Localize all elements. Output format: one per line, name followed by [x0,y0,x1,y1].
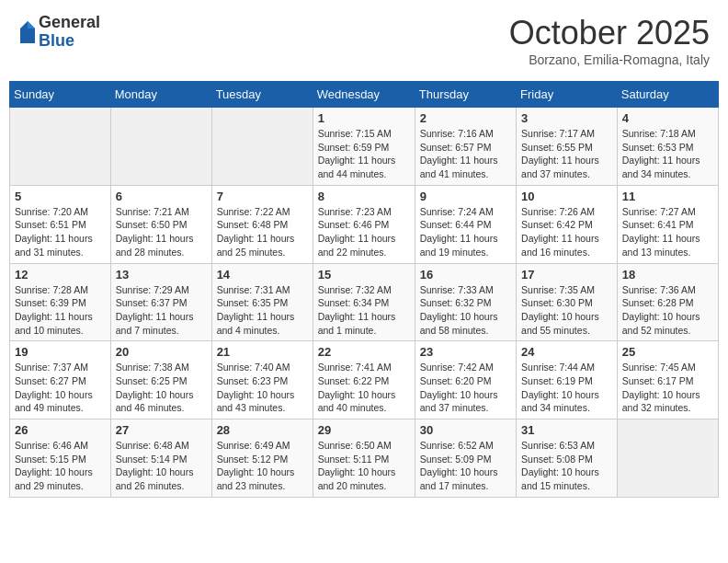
day-number: 5 [15,190,106,203]
day-number: 3 [521,111,612,125]
calendar-cell: 3Sunrise: 7:17 AM Sunset: 6:55 PM Daylig… [517,108,618,186]
day-info: Sunrise: 6:53 AM Sunset: 5:08 PM Dayligh… [521,439,612,493]
calendar-cell: 16Sunrise: 7:33 AM Sunset: 6:32 PM Dayli… [415,263,516,341]
calendar-cell: 24Sunrise: 7:44 AM Sunset: 6:19 PM Dayli… [517,341,618,419]
calendar-cell: 15Sunrise: 7:32 AM Sunset: 6:34 PM Dayli… [313,263,415,341]
calendar-week-2: 5Sunrise: 7:20 AM Sunset: 6:51 PM Daylig… [10,185,719,263]
calendar-cell: 18Sunrise: 7:36 AM Sunset: 6:28 PM Dayli… [617,263,718,341]
calendar-cell: 23Sunrise: 7:42 AM Sunset: 6:20 PM Dayli… [415,341,516,419]
calendar-cell: 19Sunrise: 7:37 AM Sunset: 6:27 PM Dayli… [10,341,111,419]
calendar-cell [617,419,718,498]
logo: General Blue [18,14,100,51]
day-info: Sunrise: 7:35 AM Sunset: 6:30 PM Dayligh… [521,283,612,338]
day-info: Sunrise: 7:45 AM Sunset: 6:17 PM Dayligh… [622,361,713,415]
calendar-cell [110,108,211,186]
calendar-cell: 14Sunrise: 7:31 AM Sunset: 6:35 PM Dayli… [211,263,313,341]
day-number: 2 [420,111,511,125]
day-info: Sunrise: 7:31 AM Sunset: 6:35 PM Dayligh… [217,283,308,338]
calendar-cell: 17Sunrise: 7:35 AM Sunset: 6:30 PM Dayli… [517,263,618,341]
calendar-cell: 11Sunrise: 7:27 AM Sunset: 6:41 PM Dayli… [617,185,718,263]
day-number: 26 [15,423,106,437]
calendar-cell: 21Sunrise: 7:40 AM Sunset: 6:23 PM Dayli… [211,341,313,419]
day-info: Sunrise: 7:29 AM Sunset: 6:37 PM Dayligh… [116,283,207,338]
day-info: Sunrise: 7:41 AM Sunset: 6:22 PM Dayligh… [318,361,410,415]
day-info: Sunrise: 7:37 AM Sunset: 6:27 PM Dayligh… [15,361,106,415]
calendar-week-1: 1Sunrise: 7:15 AM Sunset: 6:59 PM Daylig… [10,108,719,186]
day-number: 30 [420,423,511,437]
calendar-cell: 27Sunrise: 6:48 AM Sunset: 5:14 PM Dayli… [110,419,211,498]
day-info: Sunrise: 7:26 AM Sunset: 6:42 PM Dayligh… [521,205,612,259]
day-info: Sunrise: 7:28 AM Sunset: 6:39 PM Dayligh… [15,283,106,338]
title-block: October 2025 Borzano, Emilia-Romagna, It… [509,14,710,67]
col-header-monday: Monday [110,82,211,108]
day-info: Sunrise: 6:46 AM Sunset: 5:15 PM Dayligh… [15,439,106,493]
calendar-cell: 4Sunrise: 7:18 AM Sunset: 6:53 PM Daylig… [617,108,718,186]
day-number: 19 [15,345,106,359]
day-number: 11 [622,190,713,203]
calendar-cell: 7Sunrise: 7:22 AM Sunset: 6:48 PM Daylig… [211,185,313,263]
calendar-cell: 25Sunrise: 7:45 AM Sunset: 6:17 PM Dayli… [617,341,718,419]
day-info: Sunrise: 7:24 AM Sunset: 6:44 PM Dayligh… [420,205,511,259]
day-number: 1 [318,111,410,125]
page-header: General Blue October 2025 Borzano, Emili… [9,9,719,72]
day-info: Sunrise: 7:18 AM Sunset: 6:53 PM Dayligh… [622,127,713,181]
day-info: Sunrise: 7:38 AM Sunset: 6:25 PM Dayligh… [116,361,207,415]
day-info: Sunrise: 6:48 AM Sunset: 5:14 PM Dayligh… [116,439,207,493]
calendar-cell: 13Sunrise: 7:29 AM Sunset: 6:37 PM Dayli… [110,263,211,341]
day-number: 27 [116,423,207,437]
col-header-friday: Friday [517,82,618,108]
calendar-cell: 31Sunrise: 6:53 AM Sunset: 5:08 PM Dayli… [517,419,618,498]
calendar-cell [10,108,111,186]
calendar-week-3: 12Sunrise: 7:28 AM Sunset: 6:39 PM Dayli… [10,263,719,341]
day-number: 10 [521,190,612,203]
calendar-cell: 5Sunrise: 7:20 AM Sunset: 6:51 PM Daylig… [10,185,111,263]
day-number: 17 [521,268,612,282]
location-subtitle: Borzano, Emilia-Romagna, Italy [509,52,710,67]
calendar-week-5: 26Sunrise: 6:46 AM Sunset: 5:15 PM Dayli… [10,419,719,498]
col-header-sunday: Sunday [10,82,111,108]
day-info: Sunrise: 7:42 AM Sunset: 6:20 PM Dayligh… [420,361,511,415]
day-number: 6 [116,190,207,203]
calendar-cell: 10Sunrise: 7:26 AM Sunset: 6:42 PM Dayli… [517,185,618,263]
day-info: Sunrise: 7:44 AM Sunset: 6:19 PM Dayligh… [521,361,612,415]
day-info: Sunrise: 7:22 AM Sunset: 6:48 PM Dayligh… [217,205,308,259]
day-info: Sunrise: 7:20 AM Sunset: 6:51 PM Dayligh… [15,205,106,259]
calendar-cell: 30Sunrise: 6:52 AM Sunset: 5:09 PM Dayli… [415,419,516,498]
calendar-header-row: SundayMondayTuesdayWednesdayThursdayFrid… [10,82,719,108]
day-info: Sunrise: 7:21 AM Sunset: 6:50 PM Dayligh… [116,205,207,259]
day-info: Sunrise: 7:16 AM Sunset: 6:57 PM Dayligh… [420,127,511,181]
day-number: 8 [318,190,410,203]
day-info: Sunrise: 7:15 AM Sunset: 6:59 PM Dayligh… [318,127,410,181]
col-header-wednesday: Wednesday [313,82,415,108]
calendar-cell: 1Sunrise: 7:15 AM Sunset: 6:59 PM Daylig… [313,108,415,186]
col-header-tuesday: Tuesday [211,82,313,108]
calendar-cell: 2Sunrise: 7:16 AM Sunset: 6:57 PM Daylig… [415,108,516,186]
day-number: 15 [318,268,410,282]
day-number: 13 [116,268,207,282]
calendar-week-4: 19Sunrise: 7:37 AM Sunset: 6:27 PM Dayli… [10,341,719,419]
day-info: Sunrise: 7:40 AM Sunset: 6:23 PM Dayligh… [217,361,308,415]
col-header-saturday: Saturday [617,82,718,108]
day-info: Sunrise: 7:23 AM Sunset: 6:46 PM Dayligh… [318,205,410,259]
calendar-cell: 28Sunrise: 6:49 AM Sunset: 5:12 PM Dayli… [211,419,313,498]
day-number: 18 [622,268,713,282]
day-number: 23 [420,345,511,359]
day-number: 25 [622,345,713,359]
calendar-cell: 20Sunrise: 7:38 AM Sunset: 6:25 PM Dayli… [110,341,211,419]
calendar-cell [211,108,313,186]
day-number: 4 [622,111,713,125]
day-info: Sunrise: 7:36 AM Sunset: 6:28 PM Dayligh… [622,283,713,338]
calendar-table: SundayMondayTuesdayWednesdayThursdayFrid… [9,81,719,498]
day-info: Sunrise: 7:17 AM Sunset: 6:55 PM Dayligh… [521,127,612,181]
day-number: 9 [420,190,511,203]
month-title: October 2025 [509,14,710,52]
calendar-cell: 6Sunrise: 7:21 AM Sunset: 6:50 PM Daylig… [110,185,211,263]
day-number: 22 [318,345,410,359]
calendar-cell: 29Sunrise: 6:50 AM Sunset: 5:11 PM Dayli… [313,419,415,498]
day-info: Sunrise: 7:32 AM Sunset: 6:34 PM Dayligh… [318,283,410,338]
calendar-cell: 22Sunrise: 7:41 AM Sunset: 6:22 PM Dayli… [313,341,415,419]
day-number: 29 [318,423,410,437]
day-number: 28 [217,423,308,437]
day-info: Sunrise: 7:33 AM Sunset: 6:32 PM Dayligh… [420,283,511,338]
day-info: Sunrise: 6:49 AM Sunset: 5:12 PM Dayligh… [217,439,308,493]
